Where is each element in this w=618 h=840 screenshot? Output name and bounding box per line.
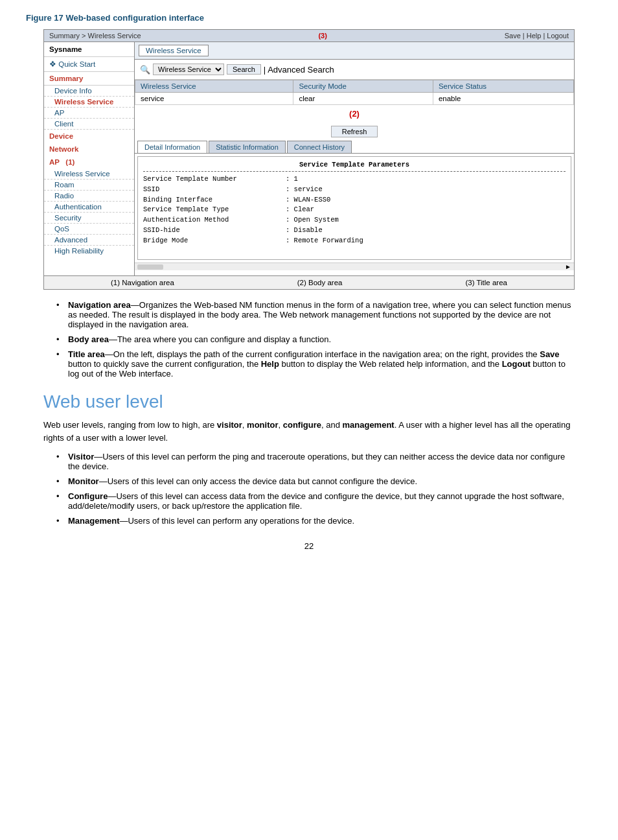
param-row-ssid: SSID : service [143,185,566,195]
bullet-visitor: Visitor—Users of this level can perform … [56,449,575,474]
content-tab-bar: Wireless Service [135,42,574,60]
sidebar-section-ap: AP (1) [44,156,134,169]
table-header-security-mode: Security Mode [293,80,433,93]
labels-row: (1) Navigation area (2) Body area (3) Ti… [44,275,574,289]
template-params: Service Template Parameters Service Temp… [137,156,571,260]
param-value-type: : Clear [286,205,314,215]
header-actions[interactable]: Save | Help | Logout [505,32,569,40]
param-value-auth: : Open System [286,215,339,226]
sidebar-item-device-info[interactable]: Device Info [44,86,134,97]
sidebar-item-high-reliability[interactable]: High Reliability [44,246,134,256]
param-name-type: Service Template Type [143,205,286,215]
bullet-dash-body: —The area where you can configure and di… [109,334,331,344]
table-cell-service-status: enable [433,93,573,105]
title-center: (3) [318,32,326,40]
sidebar-item-wireless-service-summary[interactable]: Wireless Service [44,97,134,108]
sidebar-item-radio[interactable]: Radio [44,191,134,202]
bullet-title-area: Title area—On the left, displays the pat… [56,347,575,381]
tab-detail-information[interactable]: Detail Information [137,141,207,153]
description-section: Navigation area—Organizes the Web-based … [43,298,575,381]
param-value-ssid-hide: : Disable [286,226,323,236]
sidebar-item-ap-summary[interactable]: AP [44,108,134,119]
sidebar-item-client[interactable]: Client [44,119,134,130]
bullet-dash-monitor: —Users of this level can only access the… [99,476,417,486]
param-value-ssid: : service [286,185,323,195]
advanced-search-link[interactable]: | Advanced Search [264,65,334,75]
table-row[interactable]: service clear enable [135,93,574,105]
bullet-term-visitor: Visitor [68,452,94,461]
web-user-bullets: Visitor—Users of this level can perform … [56,449,575,528]
param-row-binding: Binding Interface : WLAN-ESS0 [143,195,566,205]
sidebar-section-summary: Summary [44,72,134,86]
bullet-term-configure: Configure [68,491,108,501]
bullet-term-management: Management [68,516,119,526]
bullet-monitor: Monitor—Users of this level can only acc… [56,474,575,489]
label-navigation-area: (1) Navigation area [111,279,174,286]
sidebar-quickstart[interactable]: ❖ Quick Start [44,57,134,72]
sidebar-item-wireless-service-ap[interactable]: Wireless Service [44,169,134,180]
search-button[interactable]: Search [227,64,261,75]
search-select[interactable]: Wireless Service [153,64,224,75]
tab-statistic-information[interactable]: Statistic Information [209,141,286,153]
label-title-area: (3) Title area [465,279,507,286]
horizontal-scrollbar[interactable]: ► [135,262,574,270]
bullet-term-title: Title area [68,349,105,359]
content-area: Wireless Service 🔍 Wireless Service Sear… [135,42,574,275]
table-header-wireless-service: Wireless Service [135,80,293,93]
param-name-bridge: Bridge Mode [143,236,286,246]
bullet-dash-visitor: —Users of this level can perform the pin… [68,452,565,471]
sidebar-item-advanced[interactable]: Advanced [44,235,134,246]
figure-title: Figure 17 Web-based configuration interf… [26,13,592,23]
param-row-auth: Authentication Method : Open System [143,215,566,226]
description-bullets: Navigation area—Organizes the Web-based … [56,298,575,381]
param-value-number: : 1 [286,174,298,185]
main-layout: Sysname ❖ Quick Start Summary Device Inf… [44,42,574,275]
refresh-row: Refresh [135,122,574,141]
param-name-number: Service Template Number [143,174,286,185]
detail-tabs: Detail Information Statistic Information… [135,141,574,154]
param-name-ssid: SSID [143,185,286,195]
bullet-configure: Configure—Users of this level can access… [56,489,575,513]
sidebar: Sysname ❖ Quick Start Summary Device Inf… [44,42,135,275]
body-area-label: (2) [135,105,574,122]
param-row-ssid-hide: SSID-hide : Disable [143,226,566,236]
bullet-dash-management: —Users of this level can perform any ope… [119,516,354,526]
param-row-type: Service Template Type : Clear [143,205,566,215]
param-value-binding: : WLAN-ESS0 [286,195,330,205]
refresh-button[interactable]: Refresh [331,126,378,137]
content-tab-wireless-service[interactable]: Wireless Service [139,45,209,56]
sidebar-item-qos[interactable]: QoS [44,224,134,235]
data-table: Wireless Service Security Mode Service S… [135,80,574,105]
table-header-service-status: Service Status [433,80,573,93]
bullet-management: Management—Users of this level can perfo… [56,513,575,528]
search-row: 🔍 Wireless Service Search | Advanced Sea… [135,60,574,80]
sidebar-item-roam[interactable]: Roam [44,180,134,191]
template-params-divider [143,171,566,172]
param-name-ssid-hide: SSID-hide [143,226,286,236]
search-icon: 🔍 [140,65,150,75]
bullet-dash-navigation: —Organizes the Web-based NM function men… [68,300,571,329]
sidebar-item-security[interactable]: Security [44,213,134,224]
bullet-navigation-area: Navigation area—Organizes the Web-based … [56,298,575,332]
sidebar-section-device: Device [44,130,134,143]
table-cell-security-mode: clear [293,93,433,105]
sidebar-item-authentication[interactable]: Authentication [44,202,134,213]
param-row-number: Service Template Number : 1 [143,174,566,185]
bullet-term-body: Body area [68,334,109,344]
web-user-intro: Web user levels, ranging from low to hig… [43,419,575,444]
scrollbar-right-arrow[interactable]: ► [565,263,571,270]
breadcrumb: Summary > Wireless Service [49,32,141,40]
label-body-area: (2) Body area [297,279,343,286]
web-user-section: Web user level Web user levels, ranging … [43,391,575,528]
sidebar-section-network: Network [44,143,134,156]
bullet-term-navigation: Navigation area [68,300,131,310]
title-bar: Summary > Wireless Service (3) Save | He… [44,30,574,42]
bullet-body-area: Body area—The area where you can configu… [56,332,575,347]
table-cell-wireless-service: service [135,93,293,105]
bullet-dash-title: —On the left, displays the path of the c… [68,349,566,379]
param-name-auth: Authentication Method [143,215,286,226]
param-row-bridge: Bridge Mode : Remote Forwarding [143,236,566,246]
tab-connect-history[interactable]: Connect History [287,141,352,153]
template-params-title: Service Template Parameters [143,161,566,169]
page-number: 22 [26,541,592,551]
